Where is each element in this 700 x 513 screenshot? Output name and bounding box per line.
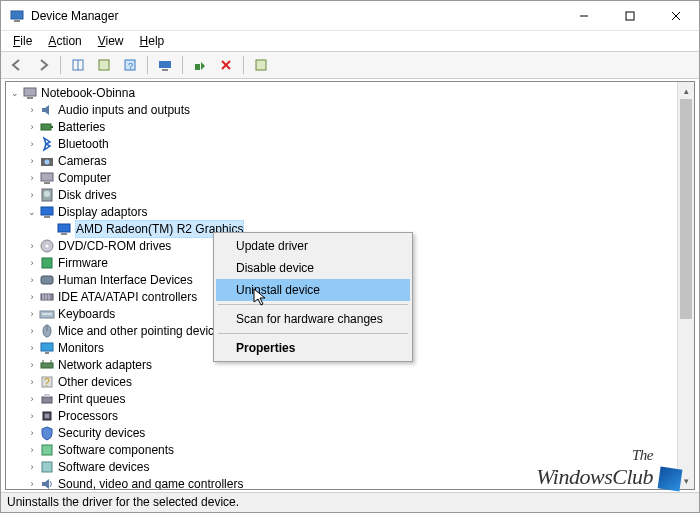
window-title: Device Manager	[31, 9, 561, 23]
watermark-square-icon	[658, 467, 683, 492]
tree-node-label: Monitors	[58, 340, 104, 356]
svg-rect-19	[41, 124, 51, 130]
tree-category[interactable]: ›Bluetooth	[8, 135, 694, 152]
printer-icon	[39, 391, 55, 407]
expander-icon[interactable]: ›	[25, 272, 39, 288]
tree-category[interactable]: ›?Other devices	[8, 373, 694, 390]
expander-icon[interactable]: ⌄	[8, 85, 22, 101]
display-icon	[39, 204, 55, 220]
tree-category[interactable]: ›Security devices	[8, 424, 694, 441]
scan-hardware-button[interactable]	[153, 54, 177, 76]
tree-node-label: Notebook-Obinna	[41, 85, 135, 101]
expander-icon[interactable]: ›	[25, 374, 39, 390]
forward-button[interactable]	[31, 54, 55, 76]
minimize-button[interactable]	[561, 1, 607, 31]
status-text: Uninstalls the driver for the selected d…	[7, 495, 239, 509]
maximize-button[interactable]	[607, 1, 653, 31]
mouse-icon	[39, 323, 55, 339]
speaker-icon	[39, 102, 55, 118]
expander-icon[interactable]: ›	[25, 442, 39, 458]
svg-rect-33	[42, 258, 52, 268]
tree-node-label: Firmware	[58, 255, 108, 271]
tree-node-label: Software devices	[58, 459, 149, 475]
expander-icon[interactable]: ›	[25, 119, 39, 135]
firmware-icon	[39, 255, 55, 271]
expander-icon[interactable]: ›	[25, 187, 39, 203]
tree-node-label: Human Interface Devices	[58, 272, 193, 288]
svg-point-26	[44, 191, 50, 197]
expander-icon[interactable]: ›	[25, 170, 39, 186]
expander-icon[interactable]: ›	[25, 323, 39, 339]
expander-icon[interactable]: ›	[25, 289, 39, 305]
menu-action[interactable]: Action	[40, 32, 89, 50]
computer-icon	[22, 85, 38, 101]
expander-icon[interactable]: ›	[25, 340, 39, 356]
tree-category[interactable]: ⌄Display adaptors	[8, 203, 694, 220]
menu-view[interactable]: View	[90, 32, 132, 50]
disk-icon	[39, 187, 55, 203]
ctx-separator	[218, 333, 408, 334]
svg-rect-17	[24, 88, 36, 96]
tree-category[interactable]: ›Disk drives	[8, 186, 694, 203]
tree-node-label: Batteries	[58, 119, 105, 135]
help-toolbar-button[interactable]: ?	[118, 54, 142, 76]
tree-category[interactable]: ›Batteries	[8, 118, 694, 135]
ctx-disable-device[interactable]: Disable device	[216, 257, 410, 279]
expander-icon[interactable]: ›	[25, 459, 39, 475]
enable-device-button[interactable]	[188, 54, 212, 76]
expander-icon[interactable]: ›	[25, 136, 39, 152]
expander-icon[interactable]: ›	[25, 425, 39, 441]
ctx-uninstall-device[interactable]: Uninstall device	[216, 279, 410, 301]
svg-rect-53	[45, 414, 49, 418]
expander-icon[interactable]: ⌄	[25, 204, 39, 220]
back-button[interactable]	[5, 54, 29, 76]
tree-category[interactable]: ›Computer	[8, 169, 694, 186]
expander-icon[interactable]: ›	[25, 357, 39, 373]
tree-node-label: Security devices	[58, 425, 145, 441]
menu-file[interactable]: File	[5, 32, 40, 50]
ctx-properties[interactable]: Properties	[216, 337, 410, 359]
watermark-line1: The	[536, 447, 653, 464]
tree-root[interactable]: ⌄Notebook-Obinna	[8, 84, 694, 101]
svg-rect-24	[44, 182, 50, 184]
expander-icon[interactable]: ›	[25, 476, 39, 491]
status-bar: Uninstalls the driver for the selected d…	[1, 492, 699, 512]
tree-category[interactable]: ›Audio inputs and outputs	[8, 101, 694, 118]
vertical-scrollbar[interactable]: ▴ ▾	[677, 82, 694, 489]
svg-rect-28	[44, 216, 50, 218]
computer-icon	[39, 170, 55, 186]
update-driver-button[interactable]	[249, 54, 273, 76]
display-icon	[56, 221, 72, 237]
ctx-scan-hardware[interactable]: Scan for hardware changes	[216, 308, 410, 330]
tree-node-label: Keyboards	[58, 306, 115, 322]
show-hidden-button[interactable]	[66, 54, 90, 76]
ctx-update-driver[interactable]: Update driver	[216, 235, 410, 257]
tree-category[interactable]: ›Cameras	[8, 152, 694, 169]
tree-category[interactable]: ›Print queues	[8, 390, 694, 407]
scroll-up-arrow[interactable]: ▴	[678, 82, 694, 99]
uninstall-device-button[interactable]	[214, 54, 238, 76]
monitor-icon	[39, 340, 55, 356]
menu-bar: File Action View Help	[1, 31, 699, 51]
properties-button[interactable]	[92, 54, 116, 76]
scroll-thumb[interactable]	[680, 99, 692, 319]
svg-text:?: ?	[44, 377, 50, 388]
keyboard-icon	[39, 306, 55, 322]
menu-help[interactable]: Help	[132, 32, 173, 50]
expander-icon[interactable]: ›	[25, 306, 39, 322]
title-bar: Device Manager	[1, 1, 699, 31]
svg-rect-16	[256, 60, 266, 70]
expander-icon[interactable]: ›	[25, 153, 39, 169]
expander-icon[interactable]: ›	[25, 238, 39, 254]
svg-rect-11	[159, 61, 171, 68]
expander-icon[interactable]: ›	[25, 255, 39, 271]
expander-icon[interactable]: ›	[25, 391, 39, 407]
expander-icon[interactable]: ›	[25, 102, 39, 118]
expander-icon[interactable]: ›	[25, 408, 39, 424]
cpu-icon	[39, 408, 55, 424]
svg-point-22	[45, 159, 50, 164]
tree-category[interactable]: ›Processors	[8, 407, 694, 424]
close-button[interactable]	[653, 1, 699, 31]
tree-node-label: Computer	[58, 170, 111, 186]
svg-rect-3	[626, 12, 634, 20]
